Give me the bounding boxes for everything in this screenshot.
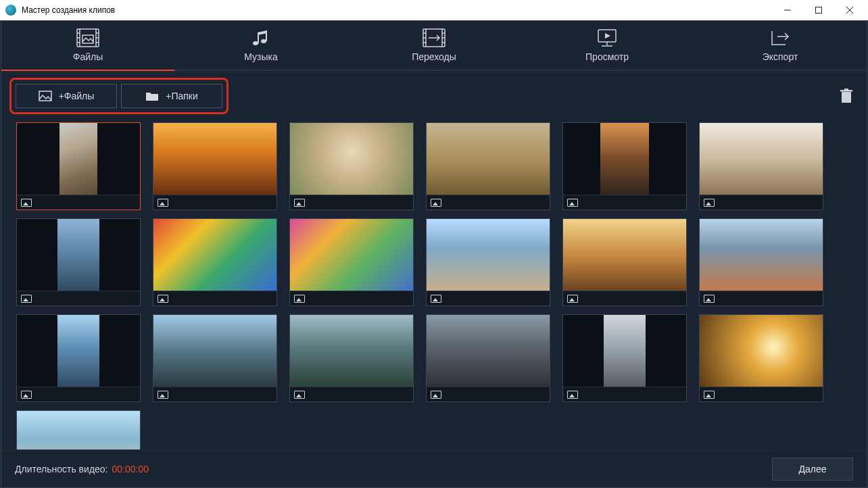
media-meta xyxy=(17,387,140,401)
next-button[interactable]: Далее xyxy=(772,458,853,481)
media-item[interactable] xyxy=(289,314,414,402)
svg-point-14 xyxy=(253,41,258,45)
media-item[interactable] xyxy=(289,122,414,210)
media-thumbnail xyxy=(17,219,140,291)
svg-rect-33 xyxy=(39,91,51,101)
tab-transitions[interactable]: Переходы xyxy=(347,21,521,70)
tab-preview-label: Просмотр xyxy=(585,51,629,62)
media-thumbnail xyxy=(700,123,823,195)
music-icon xyxy=(251,28,271,47)
image-icon xyxy=(39,91,52,101)
media-thumbnail xyxy=(700,315,823,387)
image-type-icon xyxy=(431,199,441,207)
maximize-button[interactable] xyxy=(803,0,834,20)
media-meta xyxy=(427,387,550,401)
svg-rect-34 xyxy=(842,92,851,103)
transitions-icon xyxy=(423,28,445,47)
media-item[interactable] xyxy=(289,218,414,306)
media-thumbnail xyxy=(153,123,276,195)
add-folders-button[interactable]: +Папки xyxy=(121,84,222,108)
media-item[interactable] xyxy=(426,314,550,402)
media-thumbnail xyxy=(153,315,276,387)
window-buttons xyxy=(772,0,865,20)
media-item[interactable] xyxy=(562,314,687,402)
media-thumbnail xyxy=(17,315,140,387)
media-thumbnail xyxy=(427,219,550,291)
media-item[interactable] xyxy=(16,410,141,449)
tab-preview[interactable]: Просмотр xyxy=(521,21,694,70)
step-tabs: Файлы Музыка xyxy=(1,21,867,70)
duration-label: Длительность видео: xyxy=(15,464,108,474)
media-item[interactable] xyxy=(16,218,141,306)
image-type-icon xyxy=(431,391,441,399)
media-item[interactable] xyxy=(153,122,277,210)
action-row: +Файлы +Папки xyxy=(1,71,867,114)
minimize-button[interactable] xyxy=(772,0,803,20)
image-type-icon xyxy=(158,391,168,399)
image-type-icon xyxy=(704,295,715,303)
duration-value: 00:00:00 xyxy=(112,464,149,474)
image-type-icon xyxy=(704,199,715,207)
next-button-label: Далее xyxy=(798,464,826,474)
media-meta xyxy=(153,195,276,210)
media-item[interactable] xyxy=(16,314,141,402)
tab-transitions-label: Переходы xyxy=(412,51,456,62)
svg-marker-29 xyxy=(605,33,610,39)
media-meta xyxy=(153,291,276,306)
media-item[interactable] xyxy=(699,314,823,402)
media-item[interactable] xyxy=(699,218,823,306)
media-item[interactable] xyxy=(153,314,277,402)
close-button[interactable] xyxy=(834,0,865,20)
media-meta xyxy=(563,291,686,306)
tab-export[interactable]: Экспорт xyxy=(694,21,867,70)
tab-files[interactable]: Файлы xyxy=(1,21,174,70)
media-item[interactable] xyxy=(562,122,687,210)
image-type-icon xyxy=(704,391,715,399)
media-meta xyxy=(427,291,550,306)
preview-icon xyxy=(596,28,618,47)
svg-point-16 xyxy=(261,39,266,43)
add-buttons-highlight: +Файлы +Папки xyxy=(9,78,228,114)
media-meta xyxy=(563,195,686,210)
export-icon xyxy=(769,28,791,47)
media-item[interactable] xyxy=(16,122,141,210)
media-item[interactable] xyxy=(426,218,550,306)
media-thumbnail xyxy=(563,123,686,195)
add-files-button[interactable]: +Файлы xyxy=(16,84,117,108)
media-item[interactable] xyxy=(699,122,823,210)
image-type-icon xyxy=(158,199,168,207)
media-meta xyxy=(290,387,413,401)
image-type-icon xyxy=(21,199,32,207)
media-item[interactable] xyxy=(426,122,550,210)
media-thumbnail xyxy=(153,219,276,291)
media-meta xyxy=(563,387,686,401)
files-icon xyxy=(76,28,99,47)
tab-music-label: Музыка xyxy=(244,51,278,62)
media-grid-scroll[interactable] xyxy=(1,114,867,449)
media-thumbnail xyxy=(290,315,413,387)
image-type-icon xyxy=(158,295,168,303)
window-titlebar: Мастер создания клипов xyxy=(0,0,868,20)
media-thumbnail xyxy=(290,123,413,195)
add-folders-label: +Папки xyxy=(166,91,198,101)
media-item[interactable] xyxy=(153,218,277,306)
image-type-icon xyxy=(294,391,305,399)
image-type-icon xyxy=(294,295,305,303)
image-type-icon xyxy=(21,391,32,399)
add-files-label: +Файлы xyxy=(59,91,95,101)
svg-rect-36 xyxy=(844,89,848,91)
trash-button[interactable] xyxy=(837,87,856,105)
tab-files-label: Файлы xyxy=(73,51,103,62)
window-title: Мастер создания клипов xyxy=(22,5,772,15)
tab-music[interactable]: Музыка xyxy=(174,21,347,70)
media-meta xyxy=(700,291,823,306)
media-meta xyxy=(700,387,823,401)
media-thumbnail xyxy=(563,315,686,387)
media-meta xyxy=(290,195,413,210)
folder-icon xyxy=(145,91,159,101)
app-frame: Файлы Музыка xyxy=(1,20,867,488)
image-type-icon xyxy=(567,391,578,399)
app-icon xyxy=(5,5,16,16)
image-type-icon xyxy=(21,295,32,303)
media-item[interactable] xyxy=(562,218,687,306)
